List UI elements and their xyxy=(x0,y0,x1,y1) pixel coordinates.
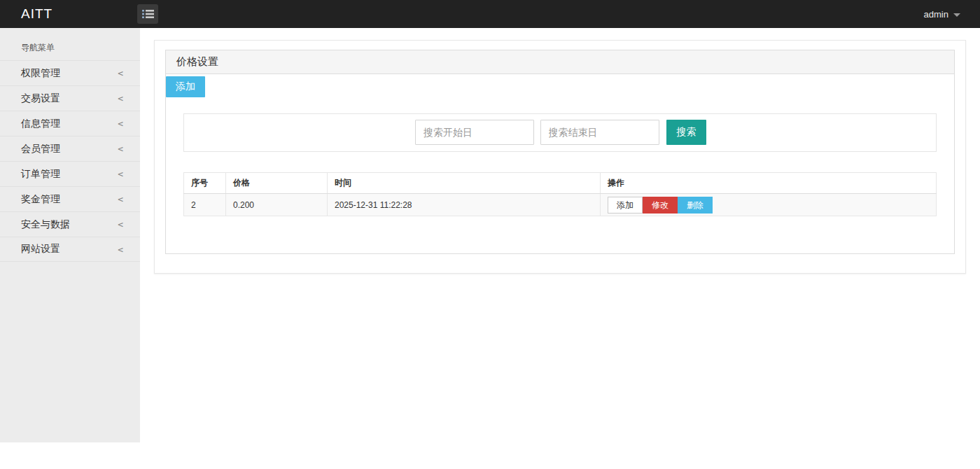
col-header-actions: 操作 xyxy=(601,173,937,194)
chevron-icon: < xyxy=(118,169,123,179)
cell-time: 2025-12-31 11:22:28 xyxy=(328,194,601,216)
col-header-time: 时间 xyxy=(328,173,601,194)
brand-logo: AITT xyxy=(0,6,137,22)
sidebar-item-label: 奖金管理 xyxy=(21,193,60,206)
sidebar-item-site-settings[interactable]: 网站设置 < xyxy=(0,237,140,262)
chevron-icon: < xyxy=(118,118,123,129)
chevron-icon: < xyxy=(118,244,123,255)
chevron-icon: < xyxy=(118,144,123,154)
cell-price: 0.200 xyxy=(226,194,328,216)
sidebar: 导航菜单 权限管理 < 交易设置 < 信息管理 < 会员管理 < xyxy=(0,28,140,442)
sidebar-nav: 权限管理 < 交易设置 < 信息管理 < 会员管理 < 订单管理 < xyxy=(0,60,140,262)
table-header-row: 序号 价格 时间 操作 xyxy=(184,173,937,194)
table-row: 2 0.200 2025-12-31 11:22:28 添加 修改 删除 xyxy=(184,194,937,216)
list-menu-icon xyxy=(142,9,154,19)
sidebar-item-label: 交易设置 xyxy=(21,92,60,105)
chevron-icon: < xyxy=(118,219,123,230)
panel-title: 价格设置 xyxy=(166,50,954,74)
sidebar-item-label: 订单管理 xyxy=(21,168,60,181)
cell-id: 2 xyxy=(184,194,226,216)
sidebar-item-security-data[interactable]: 安全与数据 < xyxy=(0,211,140,237)
sidebar-item-permissions[interactable]: 权限管理 < xyxy=(0,60,140,85)
sidebar-item-members[interactable]: 会员管理 < xyxy=(0,136,140,161)
app-root: AITT admin 导航菜单 权限管理 xyxy=(0,0,980,469)
sidebar-nav-header: 导航菜单 xyxy=(0,28,140,60)
sidebar-item-label: 信息管理 xyxy=(21,118,60,130)
price-settings-panel: 价格设置 添加 搜索 序号 价格 时间 操作 xyxy=(165,50,955,254)
col-header-price: 价格 xyxy=(226,173,328,194)
cell-actions: 添加 修改 删除 xyxy=(601,194,937,216)
search-bar: 搜索 xyxy=(183,113,937,152)
search-button[interactable]: 搜索 xyxy=(666,120,706,145)
username: admin xyxy=(924,9,948,20)
search-start-date-input[interactable] xyxy=(415,120,534,145)
col-header-id: 序号 xyxy=(184,173,226,194)
add-button[interactable]: 添加 xyxy=(166,76,205,97)
caret-down-icon xyxy=(953,13,960,17)
search-end-date-input[interactable] xyxy=(540,120,659,145)
main-content: 价格设置 添加 搜索 序号 价格 时间 操作 xyxy=(140,28,980,469)
sidebar-item-label: 会员管理 xyxy=(21,143,60,155)
sidebar-toggle-button[interactable] xyxy=(137,4,158,24)
sidebar-item-orders[interactable]: 订单管理 < xyxy=(0,161,140,186)
row-add-button[interactable]: 添加 xyxy=(608,197,643,214)
sidebar-item-trade-settings[interactable]: 交易设置 < xyxy=(0,85,140,111)
chevron-icon: < xyxy=(118,194,123,204)
row-action-group: 添加 修改 删除 xyxy=(608,197,713,214)
sidebar-item-label: 网站设置 xyxy=(21,243,60,255)
row-delete-button[interactable]: 删除 xyxy=(678,197,713,214)
chevron-icon: < xyxy=(118,93,123,104)
sidebar-item-bonus[interactable]: 奖金管理 < xyxy=(0,186,140,211)
sidebar-item-label: 权限管理 xyxy=(21,67,60,80)
row-edit-button[interactable]: 修改 xyxy=(643,197,678,214)
topbar: AITT admin xyxy=(0,0,980,28)
chevron-icon: < xyxy=(118,68,123,78)
user-dropdown[interactable]: admin xyxy=(924,9,960,20)
sidebar-item-label: 安全与数据 xyxy=(21,218,70,231)
price-table: 序号 价格 时间 操作 2 0.200 2025-12-31 11:22:28 xyxy=(183,172,937,216)
sidebar-item-information[interactable]: 信息管理 < xyxy=(0,111,140,136)
content-wrapper: 价格设置 添加 搜索 序号 价格 时间 操作 xyxy=(154,40,966,274)
